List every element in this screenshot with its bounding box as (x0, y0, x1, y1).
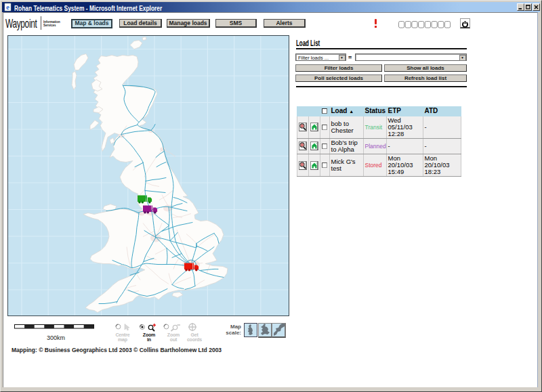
svg-text:e: e (6, 3, 9, 11)
